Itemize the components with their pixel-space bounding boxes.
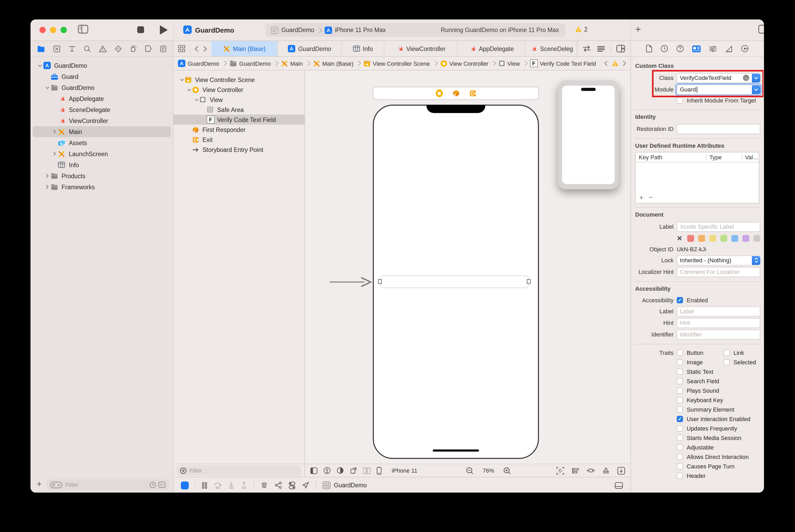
- trait-checkbox[interactable]: [677, 349, 683, 356]
- lock-stepper-icon[interactable]: [752, 256, 760, 265]
- connections-inspector-icon[interactable]: [741, 45, 749, 53]
- sidebar-item-info[interactable]: Info: [33, 159, 171, 170]
- chevron-down-icon[interactable]: [193, 98, 199, 101]
- run-button[interactable]: [160, 25, 168, 35]
- sidebar-item-frameworks[interactable]: Frameworks: [33, 182, 171, 192]
- forward-icon[interactable]: [203, 45, 207, 52]
- localizer-hint-field[interactable]: Comment For Localizer: [677, 267, 760, 277]
- embed-icon[interactable]: [617, 467, 625, 474]
- sidebar-item-scenedelegate[interactable]: SceneDelegate: [33, 104, 171, 115]
- device-name[interactable]: iPhone 11: [392, 467, 417, 474]
- a11y-identifier-field[interactable]: Identifier: [677, 329, 760, 339]
- module-dropdown-icon[interactable]: [752, 85, 760, 94]
- outline-item-safe-area[interactable]: Safe Area: [173, 104, 304, 115]
- trait-checkbox[interactable]: [677, 387, 683, 394]
- first-responder-icon[interactable]: [452, 89, 460, 97]
- breakpoints-icon[interactable]: [145, 45, 152, 52]
- warning-icon[interactable]: [611, 60, 619, 67]
- outline-item-storyboard-entry-point[interactable]: Storyboard Entry Point: [173, 145, 304, 155]
- sidebar-item-guarddemo[interactable]: GuardDemo: [33, 60, 171, 71]
- file-inspector-icon[interactable]: [646, 45, 652, 53]
- trait-checkbox[interactable]: [677, 454, 683, 460]
- a11y-label-field[interactable]: Label: [677, 306, 760, 316]
- sidebar-item-main[interactable]: Main: [33, 126, 171, 137]
- outline-item-view[interactable]: View: [173, 95, 304, 104]
- attributes-inspector-icon[interactable]: [709, 45, 717, 52]
- a11y-hint-field[interactable]: Hint: [677, 318, 760, 328]
- verify-code-text-field[interactable]: [380, 276, 529, 288]
- breadcrumb-main[interactable]: Main: [281, 60, 303, 67]
- breadcrumb-view-controller[interactable]: View Controller: [440, 60, 489, 67]
- related-items-icon[interactable]: [178, 45, 186, 53]
- minimize-window-button[interactable]: [50, 27, 56, 33]
- trait-checkbox[interactable]: ✓: [677, 416, 683, 422]
- toggle-navigator-icon[interactable]: [78, 25, 88, 34]
- color-swatch[interactable]: [742, 235, 749, 242]
- remove-attribute-button[interactable]: −: [648, 193, 652, 201]
- breadcrumb-guarddemo[interactable]: GuardDemo: [229, 60, 271, 67]
- lock-popup[interactable]: Inherited - (Nothing): [677, 255, 760, 265]
- chevron-down-icon[interactable]: [37, 64, 43, 67]
- simulate-location-icon[interactable]: [302, 481, 309, 489]
- chevron-right-icon[interactable]: [44, 185, 51, 189]
- tests-icon[interactable]: [115, 45, 122, 52]
- chevron-down-icon[interactable]: [44, 86, 51, 89]
- new-tab-button[interactable]: +: [635, 24, 641, 35]
- source-control-icon[interactable]: [53, 45, 60, 52]
- add-button[interactable]: +: [37, 479, 42, 489]
- code-review-icon[interactable]: [582, 45, 591, 52]
- warning-badge[interactable]: 2: [575, 26, 588, 33]
- device-preview-thumbnail[interactable]: [558, 80, 619, 189]
- tab-guarddemo[interactable]: GuardDemo: [278, 41, 342, 56]
- outline-item-view-controller[interactable]: View Controller: [173, 84, 304, 95]
- trait-checkbox[interactable]: [677, 463, 683, 470]
- appearance-icon[interactable]: [337, 467, 344, 474]
- accessibility-preview-icon[interactable]: [323, 467, 331, 474]
- zoom-level[interactable]: 76%: [482, 467, 494, 474]
- symbols-icon[interactable]: [68, 45, 76, 52]
- reports-icon[interactable]: [160, 45, 167, 52]
- sidebar-item-guarddemo[interactable]: GuardDemo: [33, 82, 171, 93]
- memory-graph-icon[interactable]: [275, 481, 282, 489]
- add-constraints-icon[interactable]: [587, 467, 595, 474]
- issue-forward-icon[interactable]: [623, 60, 626, 66]
- debug-area-toggle-icon[interactable]: [614, 482, 623, 489]
- trait-checkbox[interactable]: [677, 473, 683, 479]
- resolve-issues-icon[interactable]: [602, 467, 610, 474]
- zoom-out-icon[interactable]: [466, 467, 473, 474]
- color-swatch[interactable]: [720, 235, 727, 242]
- sidebar-item-guard[interactable]: Guard: [33, 71, 171, 82]
- breadcrumb-main-base-[interactable]: Main (Base): [313, 60, 353, 67]
- breadcrumb-view-controller-scene[interactable]: View Controller Scene: [363, 60, 430, 67]
- restoration-id-field[interactable]: [677, 124, 760, 134]
- outline-item-exit[interactable]: Exit: [173, 135, 304, 145]
- color-swatch[interactable]: [687, 235, 694, 242]
- chevron-right-icon[interactable]: [44, 173, 51, 178]
- stop-button[interactable]: [137, 26, 144, 33]
- breadcrumb-guarddemo[interactable]: GuardDemo: [178, 59, 219, 67]
- add-attribute-button[interactable]: +: [639, 193, 643, 201]
- outline-filter-field[interactable]: Filter: [177, 465, 301, 476]
- trait-checkbox[interactable]: [677, 444, 683, 451]
- size-inspector-icon[interactable]: [725, 45, 733, 52]
- module-combo[interactable]: Guard: [677, 84, 760, 94]
- tab-info[interactable]: Info: [342, 41, 384, 56]
- tab-appdelegate[interactable]: AppDelegate: [457, 41, 525, 56]
- identity-inspector-icon[interactable]: [692, 45, 701, 52]
- trait-checkbox[interactable]: [723, 359, 730, 365]
- color-swatch[interactable]: [731, 235, 738, 242]
- color-swatch[interactable]: [754, 235, 760, 242]
- issue-back-icon[interactable]: [604, 60, 608, 66]
- clear-color-icon[interactable]: ✕: [677, 234, 682, 242]
- breadcrumb-verify-code-text-field[interactable]: FVerify Code Text Field: [530, 59, 596, 67]
- quick-help-inspector-icon[interactable]: [676, 45, 684, 53]
- accessibility-enabled-checkbox[interactable]: ✓: [677, 297, 683, 303]
- debug-process[interactable]: GuardDemo: [322, 481, 367, 489]
- add-editor-icon[interactable]: [616, 45, 625, 53]
- trait-checkbox[interactable]: [677, 425, 683, 432]
- sidebar-item-viewcontroller[interactable]: ViewController: [33, 115, 171, 126]
- scheme-target[interactable]: GuardDemo: [271, 26, 314, 34]
- sidebar-item-assets[interactable]: Assets: [33, 137, 171, 148]
- tab-main-base-[interactable]: Main (Base): [211, 41, 278, 56]
- class-combo[interactable]: VerifyCodeTextField →: [677, 73, 760, 83]
